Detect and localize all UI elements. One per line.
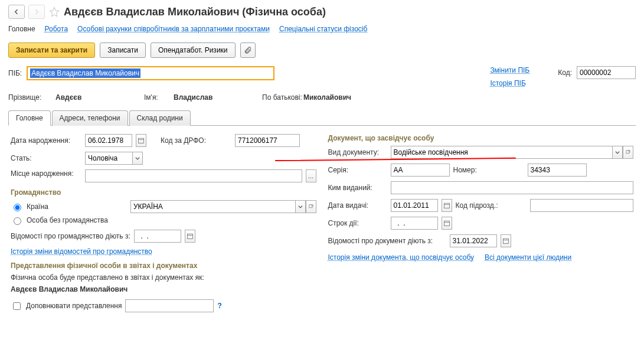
calendar-icon <box>502 237 509 244</box>
patronymic-value: Миколайович <box>303 93 386 102</box>
drfo-label: Код за ДРФО: <box>161 136 231 145</box>
doc-valid-calendar-button[interactable] <box>501 234 511 247</box>
doctype-input[interactable] <box>391 146 613 159</box>
calendar-icon <box>138 137 145 144</box>
save-button[interactable]: Записати <box>100 43 146 58</box>
doctype-dropdown-button[interactable] <box>612 146 623 159</box>
issue-date-label: Дата видачі: <box>328 201 387 210</box>
doc-history-link[interactable]: Історія зміни документа, що посвідчує ос… <box>328 253 475 262</box>
firstname-label: Ім'я: <box>144 93 168 102</box>
svg-rect-5 <box>626 151 629 153</box>
doc-valid-input[interactable] <box>450 234 497 247</box>
history-pib-link[interactable]: Історія ПІБ <box>490 79 529 87</box>
chevron-down-icon <box>298 204 303 210</box>
doctype-open-button[interactable] <box>623 146 633 159</box>
calendar-icon <box>443 220 450 227</box>
country-dropdown-button[interactable] <box>295 200 306 213</box>
dept-label: Код підрозд.: <box>456 201 527 210</box>
number-label: Номер: <box>453 166 524 174</box>
arrow-left-icon <box>13 8 20 15</box>
tab-family[interactable]: Склад родини <box>129 110 191 126</box>
term-calendar-button[interactable] <box>442 217 452 230</box>
chevron-down-icon <box>135 155 140 161</box>
svg-rect-3 <box>187 234 192 239</box>
sex-select[interactable] <box>85 152 132 165</box>
pib-label: ПІБ: <box>8 69 22 77</box>
issued-label: Ким виданий: <box>328 184 387 192</box>
repr-title: Представлення фізичної особи в звітах і … <box>11 262 316 270</box>
series-input[interactable] <box>391 164 450 177</box>
cit-valid-input[interactable] <box>134 230 181 243</box>
doc-title: Документ, що засвідчує особу <box>328 134 634 142</box>
repr-input[interactable] <box>125 299 214 312</box>
repr-checkbox[interactable] <box>13 302 21 310</box>
birthplace-more-button[interactable]: … <box>306 169 316 182</box>
tab-addresses[interactable]: Адреси, телефони <box>52 110 128 126</box>
svg-rect-6 <box>444 203 449 208</box>
repr-check-label: Доповнювати представлення <box>26 302 122 310</box>
svg-rect-10 <box>503 239 508 243</box>
firstname-value: Владислав <box>174 93 256 102</box>
save-close-button[interactable]: Записати та закрити <box>8 43 95 58</box>
opendatabot-button[interactable]: Опендатабот. Ризики <box>151 43 236 58</box>
radio-country-label: Країна <box>27 203 127 211</box>
all-docs-link[interactable]: Всі документи цієї людини <box>485 253 571 262</box>
navtab-work[interactable]: Робота <box>45 25 68 33</box>
issue-date-input[interactable] <box>391 199 438 212</box>
open-icon <box>625 149 631 155</box>
country-input[interactable] <box>130 200 295 213</box>
dob-input[interactable] <box>85 134 132 147</box>
radio-country[interactable] <box>14 204 21 211</box>
issued-input[interactable] <box>391 181 634 194</box>
issue-date-calendar-button[interactable] <box>442 199 452 212</box>
doctype-label: Вид документу: <box>328 148 387 156</box>
dept-input[interactable] <box>530 199 634 212</box>
navtab-accounts[interactable]: Особові рахунки співробітників за зарпла… <box>77 25 270 33</box>
cit-valid-calendar-button[interactable] <box>185 230 195 243</box>
series-label: Серія: <box>328 166 387 174</box>
cit-history-link[interactable]: Історія зміни відомостей про громадянств… <box>11 247 152 256</box>
calendar-icon <box>187 233 194 240</box>
favorite-star-icon[interactable] <box>48 6 60 18</box>
dob-label: Дата народження: <box>11 136 81 145</box>
calendar-icon <box>443 202 450 209</box>
doc-valid-label: Відомості про документ діють з: <box>328 237 446 245</box>
tab-main[interactable]: Головне <box>8 110 51 126</box>
radio-stateless[interactable] <box>14 217 21 225</box>
repr-value: Авдєєв Владислав Миколайович <box>11 285 316 293</box>
code-label: Код: <box>558 68 572 77</box>
pib-input[interactable]: Авдєєв Владислав Миколайович <box>27 66 274 80</box>
birthplace-input[interactable] <box>85 169 302 182</box>
chevron-down-icon <box>614 149 620 155</box>
citizenship-title: Громадянство <box>11 188 316 197</box>
sex-dropdown-button[interactable] <box>132 152 143 165</box>
term-label: Строк дії: <box>328 219 387 227</box>
dob-calendar-button[interactable] <box>136 134 146 147</box>
repr-help-icon[interactable]: ? <box>217 302 221 310</box>
page-title: Авдєєв Владислав Миколайович (Фізична ос… <box>64 6 326 18</box>
pib-value: Авдєєв Владислав Миколайович <box>30 68 140 78</box>
navtab-main[interactable]: Головне <box>8 25 35 33</box>
svg-rect-2 <box>309 205 312 208</box>
term-input[interactable] <box>391 217 438 230</box>
nav-back-button[interactable] <box>8 5 25 19</box>
sex-label: Стать: <box>11 154 81 162</box>
change-pib-link[interactable]: Змінити ПІБ <box>490 66 529 74</box>
country-open-button[interactable] <box>306 200 316 213</box>
code-input[interactable] <box>577 66 636 79</box>
patronymic-label: По батькові: <box>262 93 298 102</box>
birthplace-label: Місце народження: <box>11 169 81 178</box>
attach-button[interactable] <box>240 43 256 58</box>
svg-rect-0 <box>139 138 144 143</box>
nav-forward-button <box>28 5 45 19</box>
cit-valid-label: Відомості про громадянство діють з: <box>11 232 130 240</box>
number-input[interactable] <box>528 164 587 177</box>
svg-rect-8 <box>444 221 449 226</box>
drfo-input[interactable] <box>235 134 300 147</box>
repr-text: Фізична особа буде представлено в звітах… <box>11 273 316 282</box>
navtab-statuses[interactable]: Спеціальні статуси фізосіб <box>279 25 367 33</box>
surname-label: Прізвище: <box>8 93 50 102</box>
radio-stateless-label: Особа без громадянства <box>27 216 108 224</box>
arrow-right-icon <box>33 8 40 15</box>
surname-value: Авдєєв <box>55 93 138 102</box>
